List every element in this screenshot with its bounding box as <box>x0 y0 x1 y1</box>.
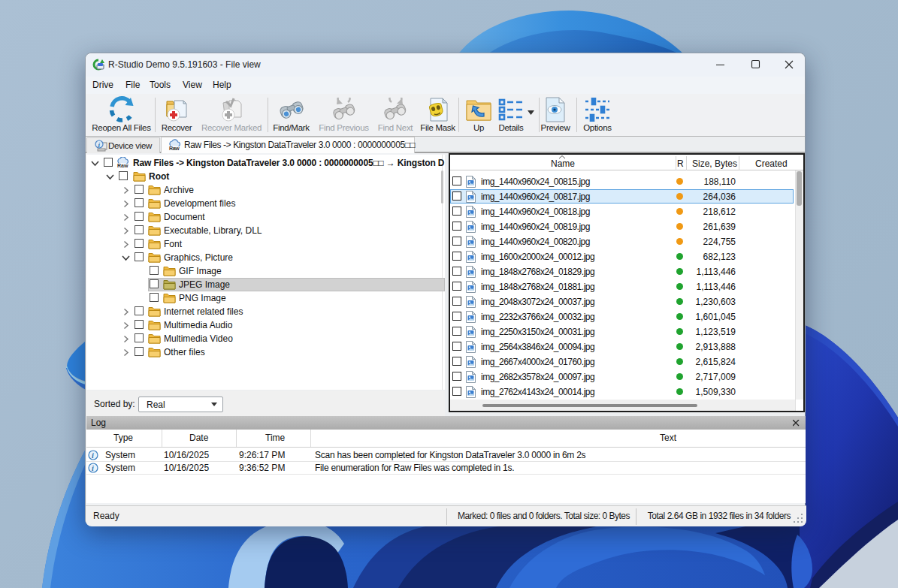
svg-text:i: i <box>92 451 94 460</box>
svg-text:i: i <box>92 464 94 472</box>
svg-text:Raw: Raw <box>117 163 129 168</box>
svg-text:Raw: Raw <box>169 146 180 151</box>
